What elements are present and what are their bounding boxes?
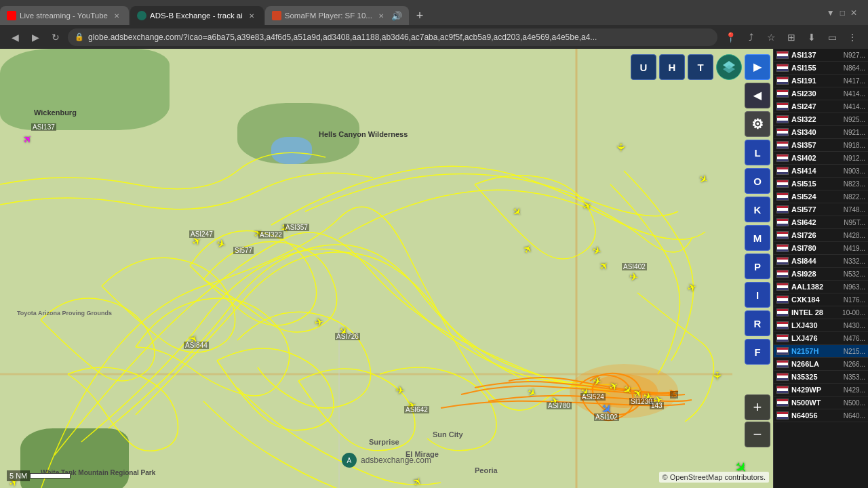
youtube-favicon — [7, 11, 16, 20]
soma-favicon — [272, 11, 281, 20]
btn-u[interactable]: U — [631, 54, 656, 80]
callsign-asi137: ASI137 — [791, 51, 841, 59]
reg-asi357: N918... — [844, 142, 865, 149]
panel-row-asi191[interactable]: ASI191N417... — [774, 75, 868, 87]
address-bar[interactable]: 🔒 globe.adsbexchange.com/?icao=a6ba75,a3… — [68, 28, 717, 46]
panel-row-asi780[interactable]: ASI780N419... — [774, 242, 868, 255]
callsign-n266la: N266LA — [791, 360, 841, 368]
btn-t[interactable]: T — [688, 54, 713, 80]
flag-us-24 — [776, 360, 789, 368]
panel-row-n35325[interactable]: N35325N353... — [774, 371, 868, 384]
panel-row-asi414[interactable]: ASI414N903... — [774, 165, 868, 178]
panel-collapse-left[interactable]: ◀ — [745, 83, 770, 108]
minimize-button[interactable]: ▼ — [827, 8, 835, 18]
btn-i[interactable]: I — [745, 282, 770, 308]
restore-button[interactable]: □ — [840, 8, 845, 18]
panel-expand-right[interactable]: ▶ — [745, 54, 770, 80]
panel-row-n266la[interactable]: N266LAN266... — [774, 358, 868, 371]
close-button[interactable]: ✕ — [850, 8, 857, 18]
download-button[interactable]: ⬇ — [803, 28, 821, 46]
tab-youtube[interactable]: Live streaming - YouTube ✕ — [0, 6, 129, 25]
callsign-n429wp: N429WP — [791, 386, 841, 394]
panel-row-n64056[interactable]: N64056N640... — [774, 409, 868, 422]
aircraft-right2[interactable]: ✈ — [711, 369, 724, 382]
new-tab-button[interactable]: + — [410, 6, 429, 25]
panel-row-lxj476[interactable]: LXJ476N476... — [774, 332, 868, 345]
share-button[interactable]: ⤴ — [742, 28, 760, 46]
btn-r[interactable]: R — [745, 310, 770, 336]
panel-row-asi642[interactable]: ASI642N95T... — [774, 216, 868, 229]
tab-soma-close[interactable]: ✕ — [376, 10, 387, 21]
panel-row-asi577[interactable]: ASI577N748... — [774, 203, 868, 216]
panel-row-asi230[interactable]: ASI230N414... — [774, 87, 868, 100]
panel-row-n429wp[interactable]: N429WPN429... — [774, 384, 868, 396]
btn-m[interactable]: M — [745, 225, 770, 251]
zoom-out-button[interactable]: − — [745, 422, 770, 447]
btn-k[interactable]: K — [745, 197, 770, 222]
nav-actions: 📍 ⤴ ☆ ⊞ ⬇ ▭ ⋮ — [722, 28, 861, 46]
panel-row-asi322[interactable]: ASI322N925... — [774, 113, 868, 126]
menu-button[interactable]: ⋮ — [844, 28, 861, 46]
aircraft-btm1[interactable]: ✈ — [393, 383, 408, 398]
sidebar-button[interactable]: ▭ — [823, 28, 841, 46]
layers-button[interactable] — [716, 54, 742, 80]
flag-us-22 — [776, 334, 789, 342]
map-logo: A adsbexchange.com — [342, 453, 431, 468]
tab-adsb-close[interactable]: ✕ — [246, 10, 257, 21]
flag-us-2 — [776, 77, 789, 85]
panel-row-asi928[interactable]: ASI928N532... — [774, 268, 868, 281]
callsign-asi340: ASI340 — [791, 128, 841, 136]
location-button[interactable]: 📍 — [722, 28, 739, 46]
aircraft-center1[interactable]: ✈ — [311, 314, 326, 329]
callsign-asi402: ASI402 — [791, 154, 841, 162]
btn-p[interactable]: P — [745, 253, 770, 279]
refresh-button[interactable]: ↻ — [47, 29, 64, 45]
tab-adsb[interactable]: ADS-B Exchange - track ai ✕ — [130, 6, 264, 25]
flag-us-17 — [776, 270, 789, 278]
panel-row-cxk184[interactable]: CXK184N176... — [774, 293, 868, 306]
btn-h[interactable]: H — [659, 54, 685, 80]
flag-us-16 — [776, 257, 789, 265]
panel-row-asi726[interactable]: ASI726N428... — [774, 229, 868, 242]
tab-adsb-title: ADS-B Exchange - track ai — [150, 12, 243, 20]
flag-us-10 — [776, 180, 789, 188]
panel-row-asi155[interactable]: ASI155N864... — [774, 62, 868, 75]
panel-row-n500wt[interactable]: N500WTN500... — [774, 396, 868, 409]
panel-row-asi357[interactable]: ASI357N918... — [774, 139, 868, 152]
svg-marker-6 — [723, 65, 735, 73]
reg-asi524: N822... — [844, 193, 865, 201]
panel-row-asi844[interactable]: ASI844N332... — [774, 255, 868, 268]
customize-button[interactable]: ⊞ — [783, 28, 800, 46]
bookmark-button[interactable]: ☆ — [762, 28, 780, 46]
flag-us-27 — [776, 399, 789, 407]
panel-row-intel-28[interactable]: INTEL 2810-00... — [774, 306, 868, 319]
btn-o[interactable]: O — [745, 168, 770, 194]
tab-youtube-close[interactable]: ✕ — [111, 10, 122, 21]
panel-row-asi247[interactable]: ASI247N414... — [774, 100, 868, 113]
panel-row-lxj430[interactable]: LXJ430N430... — [774, 319, 868, 332]
aircraft-cluster1[interactable]: ✈ — [589, 373, 604, 388]
aircraft-143[interactable]: ✈ — [650, 392, 665, 407]
panel-row-aal1382[interactable]: AAL1382N963... — [774, 281, 868, 293]
tab-soma[interactable]: SomaFM Player: SF 10... ✕ 🔊 — [265, 6, 409, 25]
map-area[interactable]: Wickenburg Hells Canyon Wilderness Toyot… — [0, 49, 773, 488]
panel-row-asi402[interactable]: ASI402N912... — [774, 152, 868, 165]
settings-button[interactable]: ⚙ — [745, 111, 770, 137]
panel-row-asi524[interactable]: ASI524N822... — [774, 190, 868, 203]
zoom-in-button[interactable]: + — [745, 394, 770, 420]
panel-row-asi340[interactable]: ASI340N921... — [774, 126, 868, 139]
flag-us-28 — [776, 411, 789, 420]
flag-us-5 — [776, 115, 789, 123]
forward-button[interactable]: ▶ — [27, 29, 43, 45]
panel-row-n2157h[interactable]: N2157HN215... — [774, 345, 868, 358]
btn-l[interactable]: L — [745, 140, 770, 165]
flag-us-26 — [776, 386, 789, 394]
back-button[interactable]: ◀ — [7, 29, 23, 45]
callsign-intel-28: INTEL 28 — [791, 308, 840, 317]
btn-f[interactable]: F — [745, 339, 770, 365]
reg-asi191: N417... — [844, 77, 865, 85]
panel-row-asi515[interactable]: ASI515N823... — [774, 178, 868, 190]
panel-row-asi137[interactable]: ASI137N927... — [774, 49, 868, 62]
callsign-lxj476: LXJ476 — [791, 334, 841, 342]
aircraft-top-ne[interactable]: ✈ — [614, 140, 628, 154]
